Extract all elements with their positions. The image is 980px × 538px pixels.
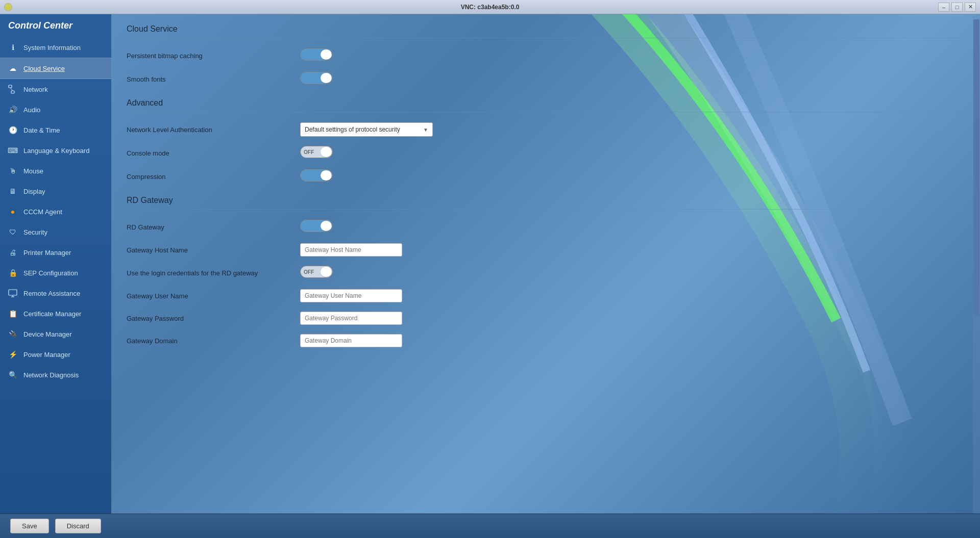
sidebar-item-printer-manager[interactable]: 🖨 Printer Manager <box>0 242 111 263</box>
title-bar-left <box>4 3 12 11</box>
display-icon: 🖥 <box>7 186 18 197</box>
svg-rect-0 <box>9 85 12 88</box>
svg-rect-3 <box>9 290 17 295</box>
sidebar-label-language-keyboard: Language & Keyboard <box>23 147 89 155</box>
save-button[interactable]: Save <box>10 519 49 533</box>
smooth-fonts-row: Smooth fonts ON <box>127 72 965 86</box>
sidebar-label-remote-assistance: Remote Assistance <box>23 290 80 297</box>
console-mode-toggle[interactable]: OFF <box>300 146 333 158</box>
gateway-domain-label: Gateway Domain <box>127 337 300 345</box>
power-icon: ⚡ <box>7 349 18 360</box>
cloud-icon: ☁ <box>7 63 18 74</box>
sidebar-item-power-manager[interactable]: ⚡ Power Manager <box>0 344 111 365</box>
rd-gateway-label: RD Gateway <box>127 223 300 231</box>
nla-control: Default settings of protocol security ▼ <box>300 122 965 137</box>
use-login-knob <box>321 267 332 277</box>
gateway-domain-control <box>300 334 965 347</box>
discard-button[interactable]: Discard <box>55 519 101 533</box>
cloud-service-divider <box>127 38 965 38</box>
mouse-icon: 🖱 <box>7 165 18 176</box>
sidebar-label-date-time: Date & Time <box>23 126 60 134</box>
sidebar-item-language-keyboard[interactable]: ⌨ Language & Keyboard <box>0 140 111 161</box>
agent-icon: ● <box>7 206 18 217</box>
audio-icon: 🔊 <box>7 104 18 115</box>
cloud-service-section-title: Cloud Service <box>127 24 965 34</box>
sidebar-item-cloud-service[interactable]: ☁ Cloud Service <box>0 58 111 79</box>
smooth-fonts-control: ON <box>300 72 965 86</box>
maximize-btn[interactable]: □ <box>951 3 963 12</box>
scrollbar-track[interactable] <box>973 14 980 514</box>
rd-gateway-row: RD Gateway ON <box>127 220 965 234</box>
security-icon: 🛡 <box>7 226 18 238</box>
sidebar-label-audio: Audio <box>23 106 40 114</box>
dropdown-arrow: ▼ <box>423 127 428 133</box>
smooth-fonts-toggle[interactable]: ON <box>300 72 333 84</box>
scrollbar-thumb[interactable] <box>973 19 979 315</box>
sidebar-label-sep-configuration: SEP Configuration <box>23 269 78 277</box>
persistent-bitmap-state: ON <box>322 52 329 58</box>
gateway-username-input[interactable] <box>300 289 402 302</box>
sidebar-item-cccm-agent[interactable]: ● CCCM Agent <box>0 201 111 222</box>
sidebar-item-security[interactable]: 🛡 Security <box>0 222 111 242</box>
sidebar-label-printer-manager: Printer Manager <box>23 249 71 257</box>
title-bar-controls: – □ ✕ <box>938 3 976 12</box>
compression-toggle[interactable]: ON <box>300 169 333 182</box>
gateway-hostname-control <box>300 243 965 257</box>
sidebar-label-system-information: System Information <box>23 44 81 52</box>
gateway-password-row: Gateway Password <box>127 312 965 325</box>
sidebar-item-mouse[interactable]: 🖱 Mouse <box>0 161 111 181</box>
clock-icon: 🕐 <box>7 124 18 136</box>
nla-dropdown[interactable]: Default settings of protocol security ▼ <box>300 122 433 137</box>
remote-icon <box>7 288 18 299</box>
advanced-section: Advanced <box>127 98 965 112</box>
use-login-toggle[interactable]: OFF <box>300 266 333 278</box>
sidebar-item-device-manager[interactable]: 🔌 Device Manager <box>0 324 111 344</box>
compression-row: Compression ON <box>127 169 965 184</box>
app-logo: Control Center <box>0 14 111 37</box>
smooth-fonts-state: ON <box>322 75 329 81</box>
gateway-hostname-row: Gateway Host Name <box>127 243 965 257</box>
sidebar-item-system-information[interactable]: ℹ System Information <box>0 37 111 58</box>
sidebar-item-date-time[interactable]: 🕐 Date & Time <box>0 120 111 140</box>
settings-panel: Cloud Service Persistent bitmap caching … <box>111 14 980 514</box>
sidebar-label-cccm-agent: CCCM Agent <box>23 208 62 216</box>
keyboard-icon: ⌨ <box>7 145 18 156</box>
console-mode-control: OFF <box>300 146 965 160</box>
use-login-state: OFF <box>304 269 314 275</box>
network-icon <box>7 84 18 95</box>
compression-state: ON <box>322 173 329 178</box>
close-btn[interactable]: ✕ <box>965 3 976 12</box>
sidebar-label-device-manager: Device Manager <box>23 330 72 338</box>
gateway-username-row: Gateway User Name <box>127 289 965 302</box>
certificate-icon: 📋 <box>7 308 18 319</box>
sidebar-item-network-diagnosis[interactable]: 🔍 Network Diagnosis <box>0 365 111 385</box>
sidebar-label-power-manager: Power Manager <box>23 351 70 358</box>
console-mode-state: OFF <box>304 149 314 155</box>
rd-gateway-state: ON <box>322 223 329 229</box>
content-area: Cloud Service Persistent bitmap caching … <box>111 14 980 514</box>
rd-gateway-toggle[interactable]: ON <box>300 220 333 232</box>
window-close-btn[interactable] <box>4 3 12 11</box>
compression-label: Compression <box>127 173 300 181</box>
use-login-label: Use the login credentials for the RD gat… <box>127 269 300 277</box>
sidebar-item-display[interactable]: 🖥 Display <box>0 181 111 201</box>
gateway-password-input[interactable] <box>300 312 402 325</box>
gateway-domain-input[interactable] <box>300 334 402 347</box>
sidebar-item-network[interactable]: Network <box>0 79 111 99</box>
rd-gateway-divider <box>127 209 965 210</box>
sidebar-label-display: Display <box>23 188 45 195</box>
sidebar-item-remote-assistance[interactable]: Remote Assistance <box>0 283 111 303</box>
gateway-hostname-input[interactable] <box>300 243 402 257</box>
sidebar-item-sep-configuration[interactable]: 🔒 SEP Configuration <box>0 263 111 283</box>
rd-gateway-control: ON <box>300 220 965 234</box>
sidebar-label-network-diagnosis: Network Diagnosis <box>23 371 79 379</box>
gateway-username-label: Gateway User Name <box>127 292 300 300</box>
persistent-bitmap-toggle[interactable]: ON <box>300 48 333 61</box>
console-mode-row: Console mode OFF <box>127 146 965 160</box>
minimize-btn[interactable]: – <box>938 3 949 12</box>
persistent-bitmap-control: ON <box>300 48 965 63</box>
sidebar-item-certificate-manager[interactable]: 📋 Certificate Manager <box>0 303 111 324</box>
gateway-domain-row: Gateway Domain <box>127 334 965 347</box>
nla-label: Network Level Authentication <box>127 126 300 134</box>
sidebar-item-audio[interactable]: 🔊 Audio <box>0 99 111 120</box>
